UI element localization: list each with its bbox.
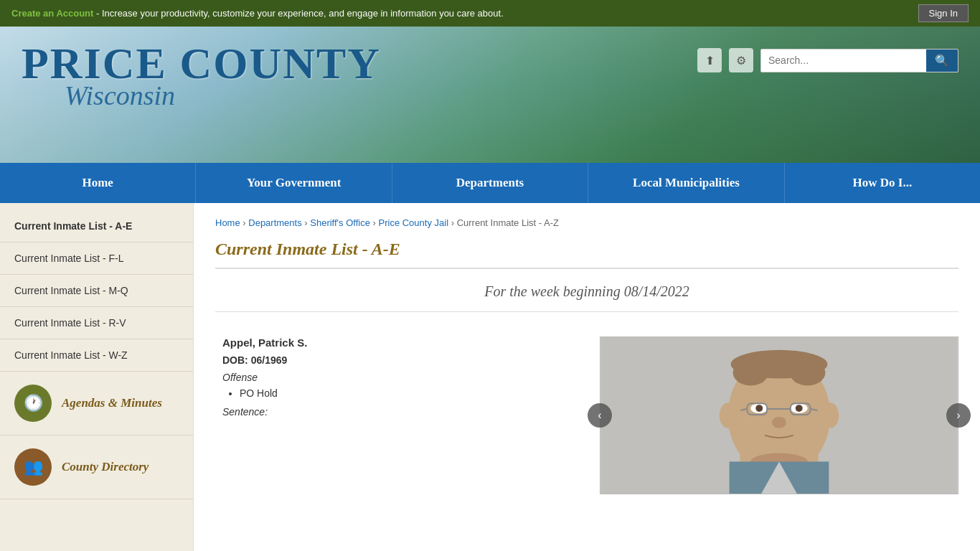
header-tools: ⬆ ⚙ 🔍 — [697, 48, 958, 72]
breadcrumb-sheriffs-office[interactable]: Sheriff's Office — [310, 217, 370, 228]
page-title: Current Inmate List - A-E — [215, 240, 958, 269]
inmate-info: Appel, Patrick S. DOB: 06/1969 Offense P… — [215, 336, 578, 418]
site-header: PRICE COUNTY Wisconsin ⬆ ⚙ 🔍 — [0, 27, 980, 163]
settings-icon[interactable]: ⚙ — [729, 48, 753, 72]
agendas-minutes-widget[interactable]: 🕐 Agendas & Minutes — [0, 372, 193, 435]
offense-label: Offense — [222, 372, 578, 383]
svg-point-17 — [772, 417, 786, 428]
top-bar-tagline: - Increase your productivity, customize … — [96, 8, 504, 19]
photo-prev-button[interactable]: ‹ — [588, 403, 612, 428]
header-content: PRICE COUNTY Wisconsin ⬆ ⚙ 🔍 — [0, 27, 980, 111]
nav-item-home[interactable]: Home — [0, 163, 196, 203]
svg-point-7 — [821, 402, 839, 428]
sidebar-item-ae[interactable]: Current Inmate List - A-E — [0, 210, 193, 242]
photo-area: ‹ — [600, 336, 958, 494]
svg-point-5 — [790, 360, 826, 386]
breadcrumb-price-county-jail[interactable]: Price County Jail — [379, 217, 449, 228]
breadcrumb-home[interactable]: Home — [215, 217, 240, 228]
sentence-label: Sentence: — [222, 406, 578, 418]
share-icon[interactable]: ⬆ — [697, 48, 722, 72]
week-heading: For the week beginning 08/14/2022 — [215, 283, 958, 312]
breadcrumb: Home › Departments › Sheriff's Office › … — [215, 217, 958, 228]
dob-label: DOB: — [222, 354, 248, 366]
nav-item-your-government[interactable]: Your Government — [196, 163, 392, 203]
svg-point-10 — [755, 405, 763, 412]
county-directory-widget[interactable]: 👥 County Directory — [0, 435, 193, 499]
sign-in-button[interactable]: Sign In — [918, 4, 969, 22]
search-box: 🔍 — [760, 49, 958, 72]
main-layout: Current Inmate List - A-E Current Inmate… — [0, 203, 980, 551]
sidebar-item-mq[interactable]: Current Inmate List - M-Q — [0, 275, 193, 307]
sentence-prefix: Sentence: — [222, 406, 268, 418]
logo-title[interactable]: PRICE COUNTY — [22, 41, 381, 85]
sidebar-item-rv[interactable]: Current Inmate List - R-V — [0, 307, 193, 339]
sidebar-item-wz[interactable]: Current Inmate List - W-Z — [0, 339, 193, 372]
svg-point-4 — [733, 360, 769, 386]
logo-area: PRICE COUNTY Wisconsin — [22, 41, 381, 111]
svg-point-6 — [720, 402, 737, 428]
inmate-entry: Appel, Patrick S. DOB: 06/1969 Offense P… — [215, 329, 958, 501]
sidebar-item-fl[interactable]: Current Inmate List - F-L — [0, 242, 193, 275]
top-bar: Create an Account - Increase your produc… — [0, 0, 980, 27]
county-directory-icon: 👥 — [14, 448, 52, 486]
breadcrumb-sep-4: › — [451, 217, 457, 228]
breadcrumb-sep-3: › — [373, 217, 379, 228]
offense-item: PO Hold — [240, 387, 578, 399]
agendas-icon: 🕐 — [14, 385, 52, 422]
dob-value: 06/1969 — [251, 354, 288, 366]
logo-subtitle: Wisconsin — [65, 80, 381, 111]
offense-list: PO Hold — [240, 387, 578, 399]
content-area: Home › Departments › Sheriff's Office › … — [194, 203, 980, 551]
inmate-dob: DOB: 06/1969 — [222, 354, 578, 366]
nav-item-departments[interactable]: Departments — [392, 163, 588, 203]
nav-item-local-municipalities[interactable]: Local Municipalities — [588, 163, 784, 203]
nav-item-how-do-i[interactable]: How Do I... — [785, 163, 980, 203]
agendas-label: Agendas & Minutes — [62, 396, 162, 410]
search-button[interactable]: 🔍 — [926, 50, 958, 72]
inmate-photo — [600, 336, 958, 494]
create-account-link[interactable]: Create an Account — [11, 8, 93, 19]
breadcrumb-current: Current Inmate List - A-Z — [457, 217, 559, 228]
search-input[interactable] — [761, 50, 926, 70]
inmate-name: Appel, Patrick S. — [222, 336, 578, 349]
county-directory-label: County Directory — [62, 460, 149, 474]
svg-point-11 — [796, 405, 803, 412]
photo-next-button[interactable]: › — [946, 403, 971, 428]
breadcrumb-departments[interactable]: Departments — [248, 217, 301, 228]
main-nav: Home Your Government Departments Local M… — [0, 163, 980, 203]
sidebar: Current Inmate List - A-E Current Inmate… — [0, 203, 194, 551]
